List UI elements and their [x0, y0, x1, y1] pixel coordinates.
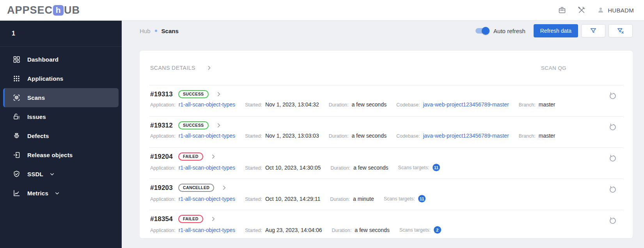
sidebar-item-label: Applications: [27, 75, 63, 82]
restore-scan-button[interactable]: [609, 154, 618, 163]
sidebar-item-defects[interactable]: Defects: [0, 126, 122, 145]
field-label: Application:: [150, 228, 176, 233]
chevron-right-icon[interactable]: [210, 153, 216, 160]
restore-scan-button[interactable]: [609, 91, 618, 101]
chevron-right-icon[interactable]: [215, 122, 222, 129]
sidebar-item-label: Issues: [27, 113, 46, 120]
refresh-data-button[interactable]: Refresh data: [534, 24, 578, 37]
status-badge: FAILED: [178, 152, 203, 161]
application-link[interactable]: r1-all-scan-object-types: [179, 227, 236, 233]
field-label: Started:: [245, 197, 262, 202]
sidebar-item-label: SSDL: [27, 171, 43, 177]
sidebar-item-scans[interactable]: Scans: [3, 88, 119, 107]
sidebar-item-applications[interactable]: Applications: [0, 69, 122, 88]
breadcrumb-hub-link[interactable]: Hub: [140, 28, 151, 34]
shield-check-icon: [12, 170, 21, 178]
sidebar-item-release-objects[interactable]: Release objects: [0, 145, 122, 165]
duration-value: a few seconds: [351, 101, 387, 108]
restore-icon: [609, 216, 617, 225]
chevron-right-icon[interactable]: [221, 184, 227, 191]
duration-value: a minute: [353, 196, 374, 202]
status-badge: SUCCESS: [178, 90, 209, 98]
scans-details-header: SCANS DETAILS: [150, 65, 195, 71]
scan-targets-count-badge: 11: [418, 195, 426, 202]
status-badge: SUCCESS: [178, 121, 209, 129]
application-link[interactable]: r1-all-scan-object-types: [179, 196, 236, 202]
scan-row: #18354 FAILED Application:r1-all-scan-ob…: [140, 210, 633, 238]
started-value: Oct 10, 2023, 14:30:05: [265, 165, 321, 171]
field-label: Started:: [245, 165, 262, 171]
chevron-right-icon[interactable]: [215, 91, 222, 97]
scan-row: #19203 CANCELLED Application:r1-all-scan…: [140, 179, 633, 210]
issues-icon: [12, 113, 21, 121]
field-label: Duration:: [330, 197, 350, 202]
application-link[interactable]: r1-all-scan-object-types: [179, 101, 236, 108]
scan-row: #19204 FAILED Application:r1-all-scan-ob…: [140, 147, 633, 179]
restore-scan-button[interactable]: [609, 122, 618, 132]
chevron-right-icon[interactable]: [210, 216, 216, 222]
restore-icon: [609, 154, 617, 163]
breadcrumb-current-page: Scans: [161, 28, 179, 34]
clear-filter-button[interactable]: [609, 24, 633, 37]
branch-value: master: [539, 133, 555, 139]
application-link[interactable]: r1-all-scan-object-types: [179, 165, 236, 171]
scans-icon: [12, 94, 21, 102]
filter-clear-icon: [617, 27, 624, 35]
field-label: Application:: [150, 133, 176, 139]
restore-icon: [609, 92, 617, 100]
sidebar-item-label: Scans: [27, 94, 45, 101]
release-objects-icon: [12, 151, 21, 159]
codebase-link[interactable]: java-web-project123456789-master: [423, 101, 509, 108]
filter-icon: [589, 27, 597, 35]
duration-value: a few seconds: [355, 227, 390, 233]
field-label: Application:: [150, 102, 176, 108]
scan-qg-header: SCAN QG: [541, 65, 566, 71]
dashboard-icon: [12, 55, 21, 64]
scan-id: #19313: [150, 90, 173, 98]
field-label: Scans targets:: [384, 196, 415, 202]
sidebar-item-metrics[interactable]: Metrics: [0, 184, 122, 203]
sidebar-item-ssdl[interactable]: SSDL: [0, 165, 122, 184]
field-label: Duration:: [330, 165, 350, 171]
started-value: Nov 1, 2023, 13:04:32: [265, 101, 319, 108]
filter-button[interactable]: [581, 24, 605, 37]
field-label: Application:: [150, 165, 176, 171]
auto-refresh-toggle[interactable]: [475, 28, 488, 34]
field-label: Codebase:: [396, 102, 420, 108]
sidebar-item-label: Defects: [27, 133, 49, 139]
duration-value: a few seconds: [351, 133, 387, 139]
topbar-actions: HUBADM: [558, 6, 634, 14]
restore-icon: [609, 185, 617, 194]
restore-scan-button[interactable]: [609, 216, 618, 225]
sidebar: 1 Dashboard: [0, 21, 122, 248]
field-label: Duration:: [329, 102, 349, 108]
scan-row: #19312 SUCCESS Application:r1-all-scan-o…: [140, 116, 633, 147]
branch-value: master: [539, 101, 555, 108]
auto-refresh-label: Auto refresh: [493, 28, 525, 34]
app-logo: APPSEChUB: [7, 4, 80, 16]
person-icon: [597, 6, 605, 14]
sidebar-item-issues[interactable]: Issues: [0, 107, 122, 126]
scan-id: #19203: [150, 184, 173, 192]
field-label: Started:: [245, 228, 262, 233]
sidebar-item-label: Metrics: [27, 190, 48, 197]
tools-icon[interactable]: [577, 6, 586, 14]
restore-scan-button[interactable]: [609, 185, 618, 194]
user-menu[interactable]: HUBADM: [597, 6, 634, 14]
field-label: Started:: [245, 102, 262, 108]
chevron-right-icon[interactable]: [206, 65, 212, 71]
defects-icon: [12, 132, 21, 140]
metrics-chart-icon: [12, 189, 21, 197]
application-link[interactable]: r1-all-scan-object-types: [179, 133, 236, 139]
sidebar-item-label: Release objects: [27, 152, 73, 158]
codebase-link[interactable]: java-web-project123456789-master: [423, 133, 509, 139]
briefcase-icon[interactable]: [558, 6, 566, 14]
sidebar-item-label: Dashboard: [27, 56, 59, 63]
logo-text-prefix: APPSEC: [7, 4, 53, 16]
sidebar-collapse-toggle[interactable]: 1: [0, 21, 122, 47]
toggle-knob: [482, 27, 490, 35]
sidebar-item-dashboard[interactable]: Dashboard: [0, 50, 122, 69]
scan-targets-count-badge: 11: [433, 164, 440, 171]
restore-icon: [609, 123, 617, 131]
top-bar: APPSEChUB: [0, 0, 644, 21]
